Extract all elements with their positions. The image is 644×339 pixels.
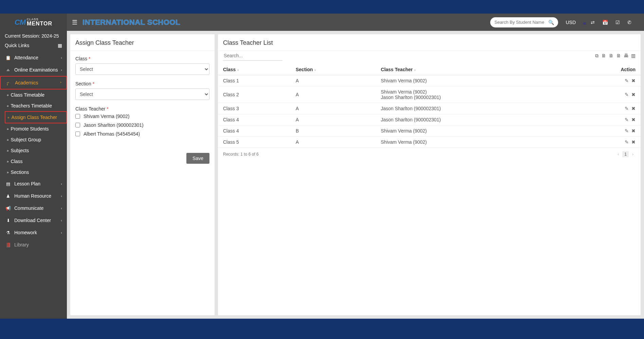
nav-online-exams[interactable]: ஃ Online Examinations ‹ xyxy=(0,64,67,76)
nav-homework[interactable]: ⚗ Homework ‹ xyxy=(0,226,67,239)
edit-icon[interactable]: ✎ xyxy=(625,92,629,97)
currency-selector[interactable]: USD xyxy=(566,20,576,25)
sub-subjects-label: Subjects xyxy=(11,148,29,153)
graduation-cap-icon: 🎓 xyxy=(5,80,12,85)
nav-sub-sections[interactable]: » Sections xyxy=(0,167,67,178)
edit-icon[interactable]: ✎ xyxy=(625,78,629,83)
double-chevron-icon: » xyxy=(7,160,9,163)
delete-icon[interactable]: ✖ xyxy=(631,106,636,111)
page-next[interactable]: › xyxy=(630,151,636,157)
nav-sub-class-timetable[interactable]: » Class Timetable xyxy=(0,89,67,100)
nav-attendance-label: Attendance xyxy=(14,55,38,60)
delete-icon[interactable]: ✖ xyxy=(631,139,636,145)
copy-icon[interactable]: ⧉ xyxy=(595,53,599,59)
teacher-checkbox-2[interactable] xyxy=(75,132,80,136)
nav-sub-teachers-timetable[interactable]: » Teachers Timetable xyxy=(0,100,67,111)
edit-icon[interactable]: ✎ xyxy=(625,106,629,111)
delete-icon[interactable]: ✖ xyxy=(631,128,636,134)
col-class[interactable]: Class ▾ xyxy=(218,64,291,75)
cell-class: Class 1 xyxy=(218,75,291,86)
save-button[interactable]: Save xyxy=(186,153,209,164)
cell-class: Class 4 xyxy=(218,114,291,125)
nav-academics-label: Academics xyxy=(15,80,38,85)
page-number[interactable]: 1 xyxy=(622,151,629,157)
list-search-input[interactable] xyxy=(223,51,282,61)
nav-communicate[interactable]: 📢 Communicate ‹ xyxy=(0,202,67,214)
class-select[interactable]: Select xyxy=(75,63,209,75)
chevron-down-icon: ‹ xyxy=(60,81,61,85)
teacher-list-panel: Class Teacher List ⧉ 🗎 🗎 🗎 🖶 ▥ xyxy=(218,34,641,315)
nav-attendance[interactable]: 📋 Attendance ‹ xyxy=(0,52,67,64)
sub-promote-students-label: Promote Students xyxy=(11,126,49,132)
cell-action: ✎✖ xyxy=(571,114,641,125)
csv-icon[interactable]: 🗎 xyxy=(609,53,613,59)
teacher-label: Class Teacher * xyxy=(75,106,209,112)
edit-icon[interactable]: ✎ xyxy=(625,139,629,145)
chevron-left-icon: ‹ xyxy=(61,68,62,72)
logo-text-big: MENTOR xyxy=(27,21,52,26)
cell-teacher: Shivam Verma (9002) xyxy=(376,125,571,137)
cell-teacher: Shivam Verma (9002) xyxy=(376,75,571,86)
cell-section: A xyxy=(291,114,376,125)
nav-sub-promote-students[interactable]: » Promote Students xyxy=(0,123,67,134)
edit-icon[interactable]: ✎ xyxy=(625,117,629,122)
teacher-checkbox-row[interactable]: Albert Thomas (54545454) xyxy=(75,131,209,137)
teacher-check-label-2: Albert Thomas (54545454) xyxy=(84,131,140,137)
sort-icon: ▾ xyxy=(413,68,416,72)
search-icon[interactable]: 🔍 xyxy=(548,20,554,25)
nav-lesson-plan-label: Lesson Plan xyxy=(14,181,40,186)
table-row: Class 2AShivam Verma (9002)Jason Sharlto… xyxy=(218,86,641,103)
columns-icon[interactable]: ▥ xyxy=(631,53,636,59)
cell-section: A xyxy=(291,103,376,114)
calendar-icon[interactable]: 📅 xyxy=(602,20,608,25)
pagination: ‹ 1 › xyxy=(615,151,636,157)
print-icon[interactable]: 🖶 xyxy=(624,53,628,59)
teacher-checkbox-1[interactable] xyxy=(75,123,80,127)
double-chevron-icon: » xyxy=(7,104,9,108)
whatsapp-icon[interactable]: ✆ xyxy=(627,20,631,25)
nav-human-resource[interactable]: ♟ Human Resource ‹ xyxy=(0,190,67,202)
delete-icon[interactable]: ✖ xyxy=(631,78,636,83)
cell-teacher: Jason Sharlton (900002301) xyxy=(376,103,571,114)
teacher-check-label-1: Jason Sharlton (900002301) xyxy=(84,122,144,128)
hamburger-icon[interactable]: ☰ xyxy=(72,19,77,26)
nav-sub-assign-class-teacher[interactable]: » Assign Class Teacher xyxy=(5,111,67,123)
nav-library[interactable]: 📕 Library xyxy=(0,239,67,251)
nav-online-exams-label: Online Examinations xyxy=(14,67,58,73)
chevron-left-icon: ‹ xyxy=(61,206,62,210)
excel-icon[interactable]: 🗎 xyxy=(601,53,606,59)
session-info: Current Session: 2024-25 xyxy=(0,31,67,41)
double-chevron-icon: » xyxy=(7,127,9,131)
pdf-icon[interactable]: 🗎 xyxy=(616,53,621,59)
col-teacher[interactable]: Class Teacher ▾ xyxy=(376,64,571,75)
section-select[interactable]: Select xyxy=(75,88,209,100)
delete-icon[interactable]: ✖ xyxy=(631,117,636,122)
sub-class-label: Class xyxy=(11,159,23,164)
nav-academics[interactable]: 🎓 Academics ‹ xyxy=(0,76,67,89)
col-section[interactable]: Section ▾ xyxy=(291,64,376,75)
task-icon[interactable]: ☑ xyxy=(615,20,620,25)
sitemap-icon: ♟ xyxy=(5,194,12,199)
nav-sub-subject-group[interactable]: » Subject Group xyxy=(0,134,67,145)
student-search-input[interactable] xyxy=(494,20,548,25)
cell-section: B xyxy=(291,125,376,137)
quick-links[interactable]: Quick Links ▦ xyxy=(0,41,67,52)
cell-teacher: Shivam Verma (9002) xyxy=(376,137,571,148)
swap-icon[interactable]: ⇄ xyxy=(591,20,595,25)
nav-download-center[interactable]: ⬇ Download Center ‹ xyxy=(0,214,67,226)
teacher-checkbox-row[interactable]: Jason Sharlton (900002301) xyxy=(75,122,209,128)
nav-communicate-label: Communicate xyxy=(14,205,43,211)
delete-icon[interactable]: ✖ xyxy=(631,92,636,97)
nav-sub-subjects[interactable]: » Subjects xyxy=(0,145,67,156)
page-prev[interactable]: ‹ xyxy=(615,151,621,157)
chevron-left-icon: ‹ xyxy=(61,194,62,198)
teacher-checkbox-0[interactable] xyxy=(75,114,80,119)
edit-icon[interactable]: ✎ xyxy=(625,128,629,134)
nav-sub-class[interactable]: » Class xyxy=(0,156,67,167)
nav-lesson-plan[interactable]: ▤ Lesson Plan ‹ xyxy=(0,178,67,190)
col-action: Action xyxy=(571,64,641,75)
bullhorn-icon: 📢 xyxy=(5,206,12,211)
teacher-checkbox-row[interactable]: Shivam Verma (9002) xyxy=(75,114,209,119)
cell-teacher: Shivam Verma (9002)Jason Sharlton (90000… xyxy=(376,86,571,103)
student-search[interactable]: 🔍 xyxy=(490,17,558,27)
